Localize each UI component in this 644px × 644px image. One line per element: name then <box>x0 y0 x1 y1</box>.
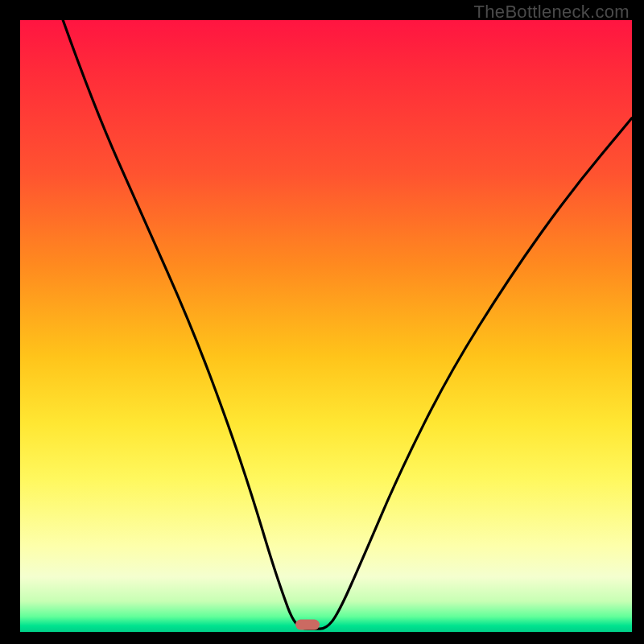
bottleneck-curve <box>63 20 632 629</box>
plot-area <box>20 20 632 632</box>
chart-frame: TheBottleneck.com <box>0 0 644 644</box>
curve-svg <box>20 20 632 632</box>
optimal-marker <box>295 619 320 630</box>
watermark-label: TheBottleneck.com <box>474 2 630 23</box>
